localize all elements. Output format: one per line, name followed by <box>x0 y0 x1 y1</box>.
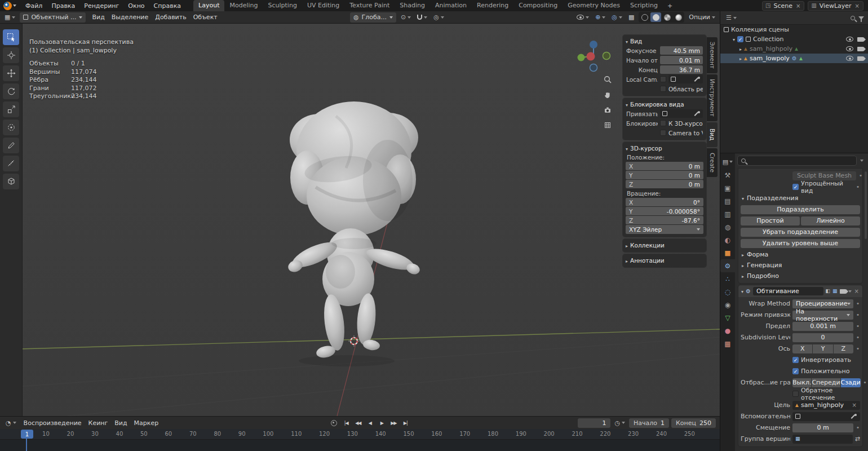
hide-eye-icon[interactable] <box>846 37 853 42</box>
scene-unlink-icon[interactable]: × <box>795 3 801 9</box>
sculpt-base-mesh-button[interactable]: Sculpt Base Mesh <box>792 171 856 180</box>
timeline-menu-item[interactable]: Маркер <box>131 418 162 428</box>
timeline-editor-type-selector[interactable]: ◔ <box>4 418 18 428</box>
local-camera-field[interactable] <box>668 75 703 83</box>
view-section-header[interactable]: Вид <box>626 36 703 46</box>
viewlayer-selector[interactable]: ▥ ViewLayer × <box>808 1 863 11</box>
tool-cursor[interactable] <box>3 47 19 63</box>
timeline-track-area[interactable]: 1102030405060708090100110120130140150160… <box>0 429 720 451</box>
timeline-menu-item[interactable]: Воспроизведение <box>20 418 85 428</box>
previous-keyframe-button[interactable]: ◀◀ <box>353 418 364 427</box>
simple-view-checkbox[interactable] <box>792 184 799 190</box>
wrap-method-dropdown[interactable]: Проецирование <box>792 299 853 308</box>
tab-physics[interactable]: ◌ <box>720 285 735 298</box>
3d-viewport[interactable]: Пользовательская перспектива (1) Collect… <box>0 24 720 416</box>
workspace-tab[interactable]: Scripting <box>625 0 663 11</box>
clip-end-field[interactable]: 36.7 m <box>660 65 703 74</box>
workspace-tab[interactable]: Modeling <box>224 0 263 11</box>
axis-button[interactable]: Z <box>834 344 853 353</box>
properties-editor-type-selector[interactable]: ▤ <box>720 155 735 169</box>
cursor-rotation-field[interactable]: Y-0.000058° <box>626 207 703 215</box>
subdivisions-section-header[interactable]: Подразделения <box>741 193 860 204</box>
workspace-tab[interactable]: Animation <box>430 0 472 11</box>
auto-keying-toggle[interactable] <box>329 418 339 428</box>
positive-checkbox[interactable] <box>792 368 799 374</box>
viewport-menu-item[interactable]: Выделение <box>108 12 152 22</box>
tab-texture[interactable]: ▩ <box>720 337 735 350</box>
display-realtime-icon[interactable]: ▦ <box>832 288 838 294</box>
render-visibility-icon[interactable] <box>857 56 863 61</box>
axis-button[interactable]: Y <box>813 344 832 353</box>
workspace-tab[interactable]: Texture Paint <box>344 0 395 11</box>
clear-target-icon[interactable]: × <box>852 402 857 408</box>
axis-button[interactable]: X <box>792 344 812 353</box>
pivot-point-dropdown[interactable]: ⊙ <box>399 12 413 23</box>
outliner-row-scene-collection[interactable]: Коллекция сцены <box>720 25 868 34</box>
next-keyframe-button[interactable]: ▶▶ <box>388 418 399 427</box>
delete-higher-button[interactable]: Удалить уровень выше <box>741 239 860 248</box>
outliner-row-highpoly[interactable]: sam_highpoly <box>720 44 868 54</box>
modifier-name-field[interactable]: Обтягивание <box>753 287 823 295</box>
tab-modifiers[interactable]: ⚙ <box>720 259 735 272</box>
animate-dot[interactable] <box>856 183 860 191</box>
tab-output[interactable]: ▤ <box>720 194 735 207</box>
tab-material[interactable]: ● <box>720 324 735 337</box>
collections-section-header[interactable]: Коллекции <box>626 240 703 250</box>
mode-dropdown[interactable]: Объектный ... <box>20 12 86 23</box>
blender-logo[interactable] <box>3 2 12 10</box>
tool-add-cube[interactable] <box>3 174 19 189</box>
focal-length-field[interactable]: 40.5 mm <box>660 46 703 55</box>
n-panel-tab[interactable]: Инструмент <box>707 74 718 121</box>
vertex-group-field[interactable]: ▦ <box>792 435 853 444</box>
display-in-editmode-icon[interactable]: ◧ <box>826 288 831 294</box>
transform-orientation-dropdown[interactable]: ◍ Глоба... <box>350 12 396 23</box>
snap-mode-dropdown[interactable]: На поверхности <box>792 311 853 320</box>
cull-option-button[interactable]: Выкл. <box>792 378 811 387</box>
modifier-close-icon[interactable]: × <box>854 288 860 294</box>
play-button[interactable]: ▶ <box>377 418 387 427</box>
lock-object-field[interactable] <box>660 109 703 118</box>
expand-icon[interactable] <box>739 55 742 62</box>
tab-render[interactable]: ▣ <box>720 182 735 194</box>
topbar-menu-item[interactable]: Файл <box>21 1 47 11</box>
tab-scene[interactable]: ◍ <box>720 220 735 233</box>
n-panel-tab[interactable]: Create <box>707 148 718 177</box>
n-panel-tab[interactable]: Вид <box>707 122 718 147</box>
tool-annotate[interactable] <box>3 138 19 153</box>
modifier-extras-chevron-icon[interactable] <box>848 290 852 293</box>
show-overlays-toggle[interactable]: ◎ <box>610 12 624 23</box>
animate-dot[interactable] <box>856 300 860 307</box>
outliner-row-collection[interactable]: Collection <box>720 34 868 44</box>
outliner-filter-icon[interactable] <box>858 16 864 20</box>
target-object-field[interactable]: sam_highpoly × <box>792 401 860 410</box>
animate-dot[interactable] <box>856 322 860 330</box>
display-render-icon[interactable] <box>840 289 846 294</box>
cursor-rotation-field[interactable]: X0° <box>626 198 703 206</box>
tool-transform[interactable] <box>3 120 19 135</box>
sculpted-character-mesh[interactable] <box>286 101 421 359</box>
snapping-magnet-toggle[interactable] <box>415 12 429 23</box>
workspace-tab[interactable]: Shading <box>395 0 430 11</box>
collection-checkbox[interactable] <box>737 36 743 42</box>
preview-range-toggle[interactable]: ◷ <box>613 418 627 428</box>
tab-view-layer[interactable]: ▥ <box>720 207 735 220</box>
lock-to-cursor-checkbox[interactable] <box>660 120 666 126</box>
tab-tool[interactable]: ⚒ <box>720 169 735 182</box>
workspace-tab[interactable]: UV Editing <box>302 0 344 11</box>
cursor-location-field[interactable]: X0 m <box>626 162 703 170</box>
subdivide-button[interactable]: Подразделить <box>741 205 860 214</box>
render-visibility-icon[interactable] <box>857 37 863 42</box>
current-frame-field[interactable]: 1 <box>578 418 610 428</box>
animate-dot[interactable] <box>856 311 860 319</box>
cursor-rotation-field[interactable]: Z-87.6° <box>626 216 703 224</box>
camera-view-icon[interactable] <box>603 105 613 115</box>
collapsed-section-header[interactable]: Генерация <box>741 260 860 271</box>
outliner-editor-type-selector[interactable]: ☰ <box>724 13 738 23</box>
play-reverse-button[interactable]: ◀ <box>365 418 375 427</box>
rotation-mode-dropdown[interactable]: XYZ Эйлер <box>626 225 703 234</box>
tab-object-data[interactable]: ▽ <box>720 311 735 324</box>
topbar-menu-item[interactable]: Правка <box>47 1 79 11</box>
pan-hand-icon[interactable] <box>603 90 613 100</box>
shading-material-button[interactable] <box>662 12 672 22</box>
hide-eye-icon[interactable] <box>846 46 853 51</box>
